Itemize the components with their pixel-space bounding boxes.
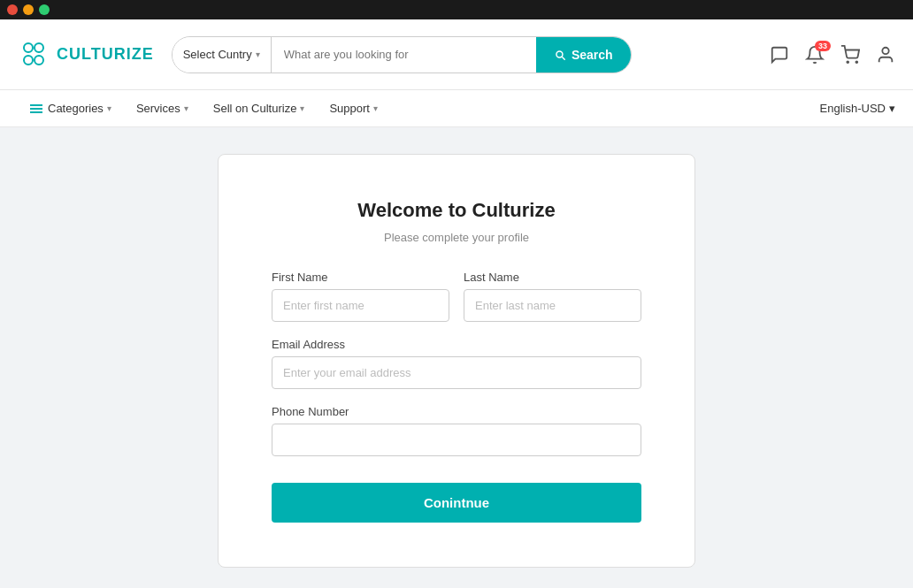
nav-item-sell[interactable]: Sell on Culturize ▾ [201, 90, 318, 127]
last-name-input[interactable] [464, 289, 641, 322]
nav-item-support[interactable]: Support ▾ [317, 90, 390, 127]
nav-item-categories[interactable]: Categories ▾ [18, 90, 124, 127]
search-input[interactable] [272, 37, 536, 73]
card-subtitle: Please complete your profile [272, 231, 641, 244]
dot-green [39, 4, 50, 15]
svg-point-6 [882, 47, 888, 53]
main-content: Welcome to Culturize Please complete you… [0, 127, 913, 588]
language-selector[interactable]: English-USD ▾ [820, 102, 895, 115]
email-label: Email Address [272, 338, 641, 351]
cart-icon [840, 45, 860, 65]
country-selector[interactable]: Select Cuntry ▾ [173, 37, 272, 73]
message-icon [770, 45, 789, 65]
chevron-down-icon: ▾ [184, 103, 188, 113]
logo[interactable]: CULTURIZE [18, 39, 154, 71]
notifications-badge: 33 [815, 41, 831, 51]
last-name-label: Last Name [464, 271, 641, 284]
header: CULTURIZE Select Cuntry ▾ Search [0, 19, 913, 90]
logo-icon [18, 39, 50, 71]
header-icons: 33 [770, 45, 895, 65]
nav-left: Categories ▾ Services ▾ Sell on Culturiz… [18, 90, 820, 127]
top-bar [0, 0, 913, 19]
dot-yellow [23, 4, 34, 15]
svg-point-0 [24, 43, 33, 52]
categories-lines-icon [30, 104, 42, 113]
email-input[interactable] [272, 356, 641, 389]
nav-services-label: Services [136, 102, 180, 115]
chevron-down-icon: ▾ [107, 103, 111, 113]
continue-button-label: Conintnue [424, 495, 489, 510]
user-icon [876, 45, 895, 65]
first-name-label: First Name [272, 271, 449, 284]
email-group: Email Address [272, 338, 641, 389]
chevron-down-icon: ▾ [256, 50, 260, 59]
nav-bar: Categories ▾ Services ▾ Sell on Culturiz… [0, 90, 913, 127]
nav-categories-label: Categories [48, 102, 104, 115]
country-label: Select Cuntry [183, 48, 252, 61]
first-name-group: First Name [272, 271, 449, 322]
cart-button[interactable] [840, 45, 860, 65]
language-label: English-USD [820, 102, 886, 115]
logo-text: CULTURIZE [57, 45, 154, 64]
notifications-button[interactable]: 33 [805, 45, 825, 65]
last-name-group: Last Name [464, 271, 641, 322]
phone-input[interactable] [272, 424, 641, 456]
first-name-input[interactable] [272, 289, 449, 322]
search-button[interactable]: Search [536, 37, 631, 73]
svg-point-3 [35, 56, 43, 65]
account-button[interactable] [876, 45, 895, 65]
svg-point-2 [24, 56, 33, 65]
svg-point-1 [35, 43, 43, 52]
nav-item-services[interactable]: Services ▾ [124, 90, 201, 127]
nav-support-label: Support [329, 102, 370, 115]
continue-button[interactable]: Conintnue [272, 483, 641, 523]
chevron-down-icon: ▾ [300, 103, 304, 113]
svg-point-5 [855, 61, 857, 63]
phone-label: Phone Number [272, 405, 641, 418]
messages-button[interactable] [770, 45, 789, 65]
dot-red [7, 4, 18, 15]
name-row: First Name Last Name [272, 271, 641, 322]
nav-sell-label: Sell on Culturize [213, 102, 297, 115]
search-bar: Select Cuntry ▾ Search [172, 36, 632, 73]
profile-card: Welcome to Culturize Please complete you… [218, 154, 695, 568]
search-button-label: Search [572, 48, 613, 62]
search-icon [554, 49, 566, 61]
phone-group: Phone Number [272, 405, 641, 456]
card-title: Welcome to Culturize [272, 199, 641, 222]
chevron-down-icon: ▾ [373, 103, 378, 113]
svg-point-4 [847, 61, 848, 63]
chevron-down-icon: ▾ [889, 102, 895, 115]
